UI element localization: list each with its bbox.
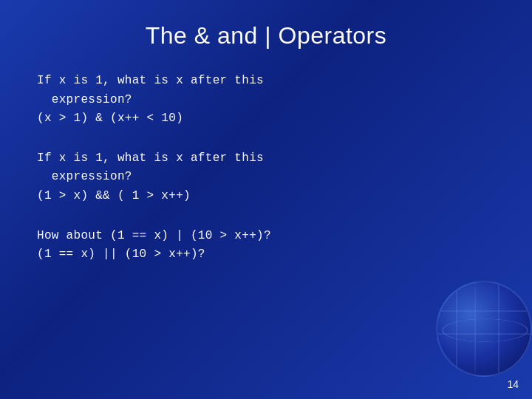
block1-line2: expression? xyxy=(37,91,495,110)
block1: If x is 1, what is x after this expressi… xyxy=(37,72,495,129)
slide-content: If x is 1, what is x after this expressi… xyxy=(37,72,495,285)
block3-line2: (1 == x) || (10 > x++)? xyxy=(37,245,495,265)
slide-number: 14 xyxy=(507,378,519,390)
block1-line1: If x is 1, what is x after this xyxy=(37,72,495,91)
globe-decoration xyxy=(436,281,532,384)
slide-title: The & and | Operators xyxy=(37,22,495,50)
block2-line1: If x is 1, what is x after this xyxy=(37,149,495,168)
block1-line3: (x > 1) & (x++ < 10) xyxy=(37,109,495,129)
block2-line3: (1 > x) && ( 1 > x++) xyxy=(37,187,495,206)
block3: How about (1 == x) | (10 > x++)? (1 == x… xyxy=(37,227,495,265)
slide: The & and | Operators If x is 1, what is… xyxy=(0,0,532,399)
block2: If x is 1, what is x after this expressi… xyxy=(37,149,495,206)
block3-line1: How about (1 == x) | (10 > x++)? xyxy=(37,227,495,246)
block2-line2: expression? xyxy=(37,168,495,187)
